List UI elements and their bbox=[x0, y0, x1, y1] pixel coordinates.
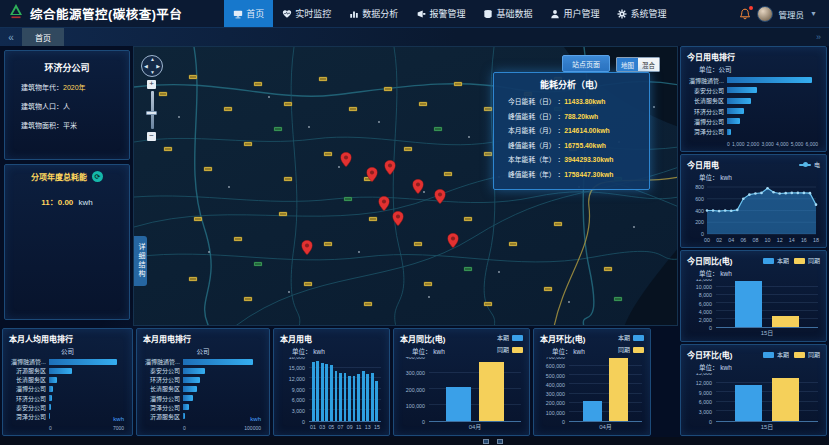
x-axis: 0103050709111315 bbox=[309, 423, 381, 431]
current-legend-swatch bbox=[633, 335, 644, 341]
taskbar-app-icon[interactable] bbox=[497, 439, 503, 444]
notification-badge bbox=[749, 6, 753, 10]
map-type-hybrid[interactable]: 混合 bbox=[638, 58, 659, 71]
map-marker-pin[interactable] bbox=[448, 233, 459, 252]
app-logo-icon bbox=[8, 4, 24, 24]
nav-item-label: 首页 bbox=[246, 7, 264, 20]
bar bbox=[371, 373, 374, 421]
y-axis: 03,0006,0009,00012,00015,00018,000 bbox=[280, 357, 309, 422]
panel-month-usage-rank: 本月用电排行 公司 淄博融通管...泰安分公司环济分公司长清服务区淄博分公司菏泽… bbox=[136, 328, 270, 436]
rank-row: 泰安分公司 bbox=[687, 86, 818, 95]
x-axis-label: 15日 bbox=[716, 329, 818, 337]
panel-title: 今日用电 bbox=[687, 159, 719, 170]
bar bbox=[316, 361, 319, 421]
taskbar-app-icon[interactable] bbox=[483, 439, 489, 444]
bar bbox=[357, 374, 360, 421]
map-zoom-in-button[interactable]: + bbox=[147, 80, 156, 89]
today-mom-chart: 03,0006,0009,00012,00015,00015日 bbox=[687, 373, 820, 431]
bar bbox=[366, 374, 369, 421]
panel-month-mom: 本期 同期 本月环比(电) 单位： kwh 0100,000200,000300… bbox=[533, 328, 651, 436]
tab-options-icon[interactable]: » bbox=[816, 32, 829, 42]
rank-row: 淄博融通管... bbox=[143, 357, 261, 366]
map-marker-pin[interactable] bbox=[393, 211, 404, 230]
brand: 综合能源管控(碳核查)平台 bbox=[8, 4, 182, 24]
building-area-row: 建筑物面积：平米 bbox=[21, 120, 123, 130]
bar bbox=[183, 368, 205, 374]
app-title: 综合能源管控(碳核查)平台 bbox=[30, 4, 182, 23]
map-marker-pin[interactable] bbox=[385, 160, 396, 179]
map-type-map[interactable]: 地图 bbox=[617, 58, 638, 71]
unit-label: 公司 bbox=[143, 346, 263, 356]
nav-item-label: 数据分析 bbox=[362, 7, 398, 20]
popup-row: 峰值能耗（年） ： 1758447.30kwh bbox=[498, 168, 645, 183]
nav-item-7[interactable]: 系统管理 bbox=[608, 0, 675, 27]
svg-text:12: 12 bbox=[777, 237, 783, 243]
panel-today-mom: 今日环比(电) 本期 同期 单位： kwh 03,0006,0009,00012… bbox=[680, 344, 827, 436]
notification-bell-icon[interactable] bbox=[739, 8, 751, 20]
panel-month-percap-rank: 本月人均用电排行 公司 淄博融通管...沂源服务区长清服务区淄博分公司环济分公司… bbox=[2, 328, 133, 436]
dashboard-content: 环济分公司 建筑物年代：2020年 建筑物人口：人 建筑物面积：平米 分项年度总… bbox=[0, 46, 829, 437]
bar-本期 bbox=[735, 281, 763, 327]
nav-item-2[interactable]: 实时监控 bbox=[273, 0, 340, 27]
rank-row: 环济分公司 bbox=[9, 394, 124, 403]
rank-row: 淄博融通管... bbox=[687, 76, 818, 85]
map-marker-pin[interactable] bbox=[413, 179, 424, 198]
navbar-right: 管理员 ▼ bbox=[739, 6, 821, 22]
tab-home[interactable]: 首页 bbox=[22, 28, 64, 46]
map-marker-pin[interactable] bbox=[379, 196, 390, 215]
map-pan-control[interactable]: ▲▼◀▶ bbox=[141, 55, 163, 77]
x-axis: 07000kwh bbox=[9, 425, 124, 431]
nav-item-label: 系统管理 bbox=[630, 7, 666, 20]
map-canvas[interactable]: ▲▼◀▶ + − 详细结构 站点页面 地图 混合 能耗分析（电） 今日能耗（日）… bbox=[133, 46, 678, 326]
rank-row: 淄博分公司 bbox=[687, 117, 818, 126]
popup-row: 峰值能耗（月） ： 16755.40kwh bbox=[498, 139, 645, 154]
alarm-megaphone-icon bbox=[416, 9, 426, 19]
site-page-button[interactable]: 站点页面 bbox=[562, 55, 610, 72]
home-monitor-icon bbox=[233, 9, 243, 19]
bar bbox=[727, 129, 731, 135]
rank-row: 长清服务区 bbox=[687, 96, 818, 105]
avatar[interactable] bbox=[757, 6, 773, 22]
y-axis: 02,0004,0006,0008,00010,00012,000 bbox=[687, 279, 716, 328]
bar-同期 bbox=[772, 316, 800, 327]
x-axis: 01,0002,0003,0004,0005,0006,000 bbox=[687, 141, 818, 147]
x-axis: 0100000kwh bbox=[143, 425, 261, 431]
today-usage-rank-chart: 淄博融通管...泰安分公司长清服务区环济分公司淄博分公司菏泽分公司01,0002… bbox=[687, 75, 820, 147]
user-menu[interactable]: 管理员 bbox=[779, 8, 805, 20]
x-axis-label: 04月 bbox=[569, 423, 642, 431]
bar bbox=[49, 377, 57, 383]
map-zoom-out-button[interactable]: − bbox=[147, 132, 156, 141]
nav-item-3[interactable]: 数据分析 bbox=[340, 0, 407, 27]
svg-text:200: 200 bbox=[695, 219, 704, 225]
map-zoom-handle[interactable] bbox=[146, 111, 157, 115]
nav-item-4[interactable]: 报警管理 bbox=[407, 0, 474, 27]
nav-item-1[interactable]: 首页 bbox=[224, 0, 273, 27]
previous-legend-swatch bbox=[794, 258, 805, 264]
popup-row: 本月能耗（月） ： 214614.00kwh bbox=[498, 124, 645, 139]
popup-row: 今日能耗（日） ： 11433.80kwh bbox=[498, 95, 645, 110]
panel-title: 本月用电排行 bbox=[143, 333, 263, 344]
refresh-icon[interactable]: ⟳ bbox=[92, 171, 103, 182]
database-icon bbox=[483, 9, 493, 19]
building-year-row: 建筑物年代：2020年 bbox=[21, 82, 123, 92]
user-icon bbox=[550, 9, 560, 19]
collapse-tabs-icon[interactable]: « bbox=[0, 32, 22, 43]
map-zoom-track[interactable] bbox=[151, 91, 154, 129]
nav-item-5[interactable]: 基础数据 bbox=[474, 0, 541, 27]
map-marker-pin[interactable] bbox=[367, 167, 378, 186]
panel-title: 本月用电 bbox=[280, 333, 383, 344]
bar bbox=[339, 373, 342, 421]
nav-item-label: 用户管理 bbox=[563, 7, 599, 20]
bar bbox=[183, 359, 253, 365]
previous-legend-swatch bbox=[512, 347, 523, 353]
detail-structure-tab[interactable]: 详细结构 bbox=[134, 236, 147, 286]
panel-today-yoy: 今日同比(电) 本期 同期 单位： kwh 02,0004,0006,0008,… bbox=[680, 250, 827, 342]
panel-title: 今日同比(电) bbox=[687, 255, 732, 266]
map-marker-pin[interactable] bbox=[341, 152, 352, 171]
map-marker-pin[interactable] bbox=[302, 240, 313, 259]
map-marker-pin[interactable] bbox=[435, 189, 446, 208]
month-mom-chart: 0100,000200,000300,000400,000500,000600,… bbox=[540, 357, 644, 431]
svg-text:14: 14 bbox=[789, 237, 795, 243]
panel-company-info: 环济分公司 建筑物年代：2020年 建筑物人口：人 建筑物面积：平米 bbox=[4, 50, 130, 160]
nav-item-6[interactable]: 用户管理 bbox=[541, 0, 608, 27]
